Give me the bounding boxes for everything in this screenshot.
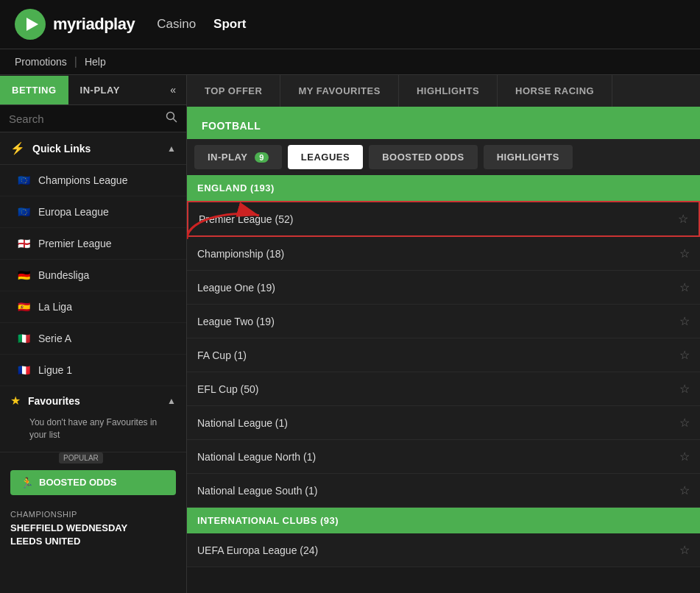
champions-label: Champions League	[38, 174, 127, 186]
favourites-section: ★ Favourites ▲ You don't have any Favour…	[0, 386, 186, 452]
league-item-laliga[interactable]: 🇪🇸 La Liga	[0, 291, 186, 323]
league-row-national-north[interactable]: National League North (1) ☆	[187, 440, 700, 474]
bundesliga-label: Bundesliga	[38, 269, 89, 281]
sub-header: Promotions | Help	[0, 49, 700, 75]
quick-links-label: Quick Links	[32, 143, 167, 155]
championship-info: CHAMPIONSHIP SHEFFIELD WEDNESDAY LEEDS U…	[0, 503, 186, 555]
league-two-name: League Two (19)	[197, 316, 679, 327]
main-content: TOP OFFER MY FAVOURITES HIGHLIGHTS HORSE…	[187, 75, 700, 593]
laliga-flag: 🇪🇸	[16, 299, 31, 314]
sub-tab-inplay[interactable]: IN-PLAY 9	[194, 145, 282, 169]
league-item-europa[interactable]: 🇪🇺 Europa League	[0, 196, 186, 228]
europa-star-icon[interactable]: ☆	[679, 543, 690, 557]
premier-league-name: Premier League (52)	[199, 213, 678, 225]
national-south-star-icon[interactable]: ☆	[679, 483, 690, 497]
national-star-icon[interactable]: ☆	[679, 416, 690, 430]
league-row-europa[interactable]: UEFA Europa League (24) ☆	[187, 533, 700, 567]
sub-tabs: IN-PLAY 9 LEAGUES BOOSTED ODDS HIGHLIGHT…	[187, 139, 700, 175]
favourites-label: Favourites	[28, 395, 167, 407]
championship-match: SHEFFIELD WEDNESDAY LEEDS UNITED	[10, 522, 176, 548]
boosted-section: POPULAR 🏃 BOOSTED ODDS	[0, 452, 186, 503]
leagues-list: 🇪🇺 Champions League 🇪🇺 Europa League 🏴󠁧󠁢…	[0, 165, 186, 386]
boosted-odds-button[interactable]: 🏃 BOOSTED ODDS	[10, 470, 176, 495]
league-item-ligue1[interactable]: 🇫🇷 Ligue 1	[0, 355, 186, 386]
nav-promotions[interactable]: Promotions	[15, 56, 74, 68]
person-icon: 🏃	[21, 477, 33, 489]
championship-label: CHAMPIONSHIP	[10, 510, 176, 519]
international-section-header[interactable]: INTERNATIONAL CLUBS (93)	[187, 508, 700, 533]
nav-help[interactable]: Help	[85, 56, 113, 68]
league-row-championship[interactable]: Championship (18) ☆	[187, 237, 700, 271]
nav-sport[interactable]: Sport	[213, 17, 246, 32]
tab-highlights[interactable]: HIGHLIGHTS	[399, 75, 498, 107]
league-item-champions[interactable]: 🇪🇺 Champions League	[0, 165, 186, 196]
sub-tab-highlights[interactable]: HIGHLIGHTS	[484, 145, 573, 169]
tab-my-favourites[interactable]: MY FAVOURITES	[280, 75, 398, 107]
league-row-league-two[interactable]: League Two (19) ☆	[187, 305, 700, 338]
league-row-national-south[interactable]: National League South (1) ☆	[187, 474, 700, 508]
league-row-premier[interactable]: Premier League (52) ☆	[187, 201, 700, 237]
nav-divider: |	[74, 55, 77, 68]
premier-label: Premier League	[38, 238, 112, 249]
national-league-name: National League (1)	[197, 417, 679, 429]
lightning-icon: ⚡	[10, 141, 25, 155]
ligue1-flag: 🇫🇷	[16, 363, 31, 377]
inplay-badge: 9	[255, 152, 269, 163]
efl-cup-name: EFL Cup (50)	[197, 383, 679, 395]
national-south-name: National League South (1)	[197, 485, 679, 497]
header-nav: Casino Sport	[157, 17, 246, 32]
national-north-star-icon[interactable]: ☆	[679, 450, 690, 464]
popular-badge: POPULAR	[59, 452, 103, 464]
search-icon	[166, 111, 177, 126]
national-north-name: National League North (1)	[197, 451, 679, 463]
league-one-star-icon[interactable]: ☆	[679, 280, 690, 294]
championship-name: Championship (18)	[197, 248, 679, 260]
top-tabs: TOP OFFER MY FAVOURITES HIGHLIGHTS HORSE…	[187, 75, 700, 108]
inplay-label: IN-PLAY	[208, 152, 247, 163]
england-section-header[interactable]: ENGLAND (193)	[187, 175, 700, 201]
collapse-arrow[interactable]: «	[160, 75, 186, 104]
ligue1-label: Ligue 1	[38, 364, 72, 376]
europa-league-name: UEFA Europa League (24)	[197, 544, 679, 556]
favourites-empty-text: You don't have any Favourites in your li…	[10, 413, 176, 444]
league-row-efl-cup[interactable]: EFL Cup (50) ☆	[187, 372, 700, 406]
premier-star-icon[interactable]: ☆	[678, 212, 688, 226]
league-row-league-one[interactable]: League One (19) ☆	[187, 271, 700, 305]
seriea-label: Serie A	[38, 333, 71, 344]
premier-flag: 🏴󠁧󠁢󠁥󠁮󠁧󠁿	[16, 236, 31, 251]
league-item-premier[interactable]: 🏴󠁧󠁢󠁥󠁮󠁧󠁿 Premier League	[0, 228, 186, 260]
sub-tab-boosted[interactable]: BOOSTED ODDS	[369, 145, 477, 169]
chevron-up-icon: ▲	[167, 143, 176, 154]
europa-label: Europa League	[38, 206, 109, 218]
championship-star-icon[interactable]: ☆	[679, 246, 690, 260]
betting-tabs: BETTING IN-PLAY «	[0, 75, 186, 105]
sidebar: BETTING IN-PLAY « ⚡ Quick Links ▲	[0, 75, 187, 593]
sub-tab-leagues[interactable]: LEAGUES	[288, 145, 363, 169]
quick-links-header[interactable]: ⚡ Quick Links ▲	[0, 132, 186, 165]
league-row-national[interactable]: National League (1) ☆	[187, 406, 700, 440]
nav-casino[interactable]: Casino	[157, 17, 196, 32]
league-row-fa-cup[interactable]: FA Cup (1) ☆	[187, 338, 700, 372]
league-one-name: League One (19)	[197, 282, 679, 294]
star-icon: ★	[10, 394, 21, 408]
league-two-star-icon[interactable]: ☆	[679, 314, 690, 328]
logo-text: myriadplay	[53, 15, 135, 34]
search-box	[0, 105, 186, 132]
favourites-header[interactable]: ★ Favourites ▲	[10, 394, 176, 408]
fa-cup-star-icon[interactable]: ☆	[679, 348, 690, 362]
champions-flag: 🇪🇺	[16, 173, 31, 188]
football-tab[interactable]: FOOTBALL	[187, 113, 275, 139]
football-tab-bar: FOOTBALL	[187, 108, 700, 139]
header: myriadplay Casino Sport	[0, 0, 700, 49]
league-item-bundesliga[interactable]: 🇩🇪 Bundesliga	[0, 260, 186, 291]
league-item-seriea[interactable]: 🇮🇹 Serie A	[0, 323, 186, 355]
tab-horse-racing[interactable]: HORSE RACING	[498, 75, 612, 107]
fa-cup-name: FA Cup (1)	[197, 349, 679, 361]
search-input[interactable]	[9, 113, 160, 125]
logo[interactable]: myriadplay	[15, 9, 135, 40]
betting-tab[interactable]: BETTING	[0, 76, 68, 104]
inplay-tab[interactable]: IN-PLAY	[68, 76, 132, 104]
logo-icon	[15, 9, 46, 40]
efl-cup-star-icon[interactable]: ☆	[679, 382, 690, 396]
tab-top-offer[interactable]: TOP OFFER	[187, 75, 280, 107]
